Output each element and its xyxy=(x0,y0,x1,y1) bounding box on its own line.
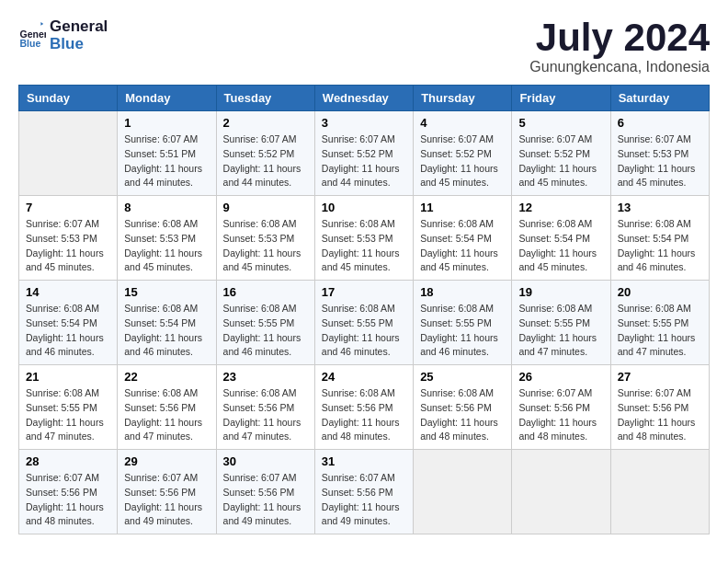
day-number: 30 xyxy=(223,454,308,468)
table-row: 3Sunrise: 6:07 AMSunset: 5:52 PMDaylight… xyxy=(314,111,413,196)
day-info: Sunrise: 6:07 AMSunset: 5:56 PMDaylight:… xyxy=(223,471,308,529)
table-row: 4Sunrise: 6:07 AMSunset: 5:52 PMDaylight… xyxy=(414,111,512,196)
day-number: 26 xyxy=(518,370,603,384)
logo-icon: General Blue xyxy=(18,22,46,50)
table-row: 16Sunrise: 6:08 AMSunset: 5:55 PMDayligh… xyxy=(216,281,314,365)
day-number: 22 xyxy=(124,370,209,384)
table-row: 9Sunrise: 6:08 AMSunset: 5:53 PMDaylight… xyxy=(216,196,314,281)
day-info: Sunrise: 6:07 AMSunset: 5:52 PMDaylight:… xyxy=(223,132,308,190)
day-number: 20 xyxy=(618,285,702,299)
day-info: Sunrise: 6:07 AMSunset: 5:56 PMDaylight:… xyxy=(618,386,702,444)
day-info: Sunrise: 6:08 AMSunset: 5:54 PMDaylight:… xyxy=(618,217,702,275)
table-row: 31Sunrise: 6:07 AMSunset: 5:56 PMDayligh… xyxy=(314,450,413,534)
header-friday: Friday xyxy=(512,86,610,111)
day-number: 21 xyxy=(26,370,110,384)
table-row: 11Sunrise: 6:08 AMSunset: 5:54 PMDayligh… xyxy=(414,196,512,281)
day-number: 10 xyxy=(322,201,406,214)
day-number: 18 xyxy=(420,285,505,299)
svg-marker-2 xyxy=(40,22,43,26)
table-row: 5Sunrise: 6:07 AMSunset: 5:52 PMDaylight… xyxy=(512,111,610,196)
day-info: Sunrise: 6:08 AMSunset: 5:55 PMDaylight:… xyxy=(518,302,603,360)
table-row: 19Sunrise: 6:08 AMSunset: 5:55 PMDayligh… xyxy=(512,281,610,365)
day-number: 13 xyxy=(618,201,702,214)
table-row: 27Sunrise: 6:07 AMSunset: 5:56 PMDayligh… xyxy=(610,365,709,450)
day-number: 16 xyxy=(223,285,308,299)
day-info: Sunrise: 6:08 AMSunset: 5:56 PMDaylight:… xyxy=(322,386,406,444)
day-number: 23 xyxy=(223,370,308,384)
day-info: Sunrise: 6:08 AMSunset: 5:56 PMDaylight:… xyxy=(124,386,209,444)
table-row: 18Sunrise: 6:08 AMSunset: 5:55 PMDayligh… xyxy=(414,281,512,365)
table-row: 30Sunrise: 6:07 AMSunset: 5:56 PMDayligh… xyxy=(216,450,314,534)
day-info: Sunrise: 6:07 AMSunset: 5:52 PMDaylight:… xyxy=(420,132,505,190)
table-row xyxy=(19,111,118,196)
day-number: 27 xyxy=(618,370,702,384)
table-row: 8Sunrise: 6:08 AMSunset: 5:53 PMDaylight… xyxy=(118,196,216,281)
table-row: 1Sunrise: 6:07 AMSunset: 5:51 PMDaylight… xyxy=(118,111,216,196)
table-row: 14Sunrise: 6:08 AMSunset: 5:54 PMDayligh… xyxy=(19,281,118,365)
day-number: 1 xyxy=(124,116,209,130)
day-number: 24 xyxy=(322,370,406,384)
table-row: 21Sunrise: 6:08 AMSunset: 5:55 PMDayligh… xyxy=(19,365,118,450)
header-thursday: Thursday xyxy=(414,86,512,111)
header-monday: Monday xyxy=(118,86,216,111)
day-info: Sunrise: 6:08 AMSunset: 5:55 PMDaylight:… xyxy=(223,302,308,360)
table-row: 29Sunrise: 6:07 AMSunset: 5:56 PMDayligh… xyxy=(118,450,216,534)
day-number: 29 xyxy=(124,454,209,468)
header-wednesday: Wednesday xyxy=(314,86,413,111)
day-info: Sunrise: 6:07 AMSunset: 5:56 PMDaylight:… xyxy=(26,471,110,529)
day-number: 14 xyxy=(26,285,110,299)
month-title: July 2024 xyxy=(529,18,710,57)
day-info: Sunrise: 6:08 AMSunset: 5:54 PMDaylight:… xyxy=(26,302,110,360)
table-row: 7Sunrise: 6:07 AMSunset: 5:53 PMDaylight… xyxy=(19,196,118,281)
table-row: 23Sunrise: 6:08 AMSunset: 5:56 PMDayligh… xyxy=(216,365,314,450)
day-number: 4 xyxy=(420,116,505,130)
day-number: 11 xyxy=(420,201,505,214)
header-tuesday: Tuesday xyxy=(216,86,314,111)
day-info: Sunrise: 6:07 AMSunset: 5:56 PMDaylight:… xyxy=(124,471,209,529)
day-info: Sunrise: 6:08 AMSunset: 5:55 PMDaylight:… xyxy=(618,302,702,360)
table-row: 24Sunrise: 6:08 AMSunset: 5:56 PMDayligh… xyxy=(314,365,413,450)
table-row xyxy=(414,450,512,534)
day-number: 2 xyxy=(223,116,308,130)
table-row: 13Sunrise: 6:08 AMSunset: 5:54 PMDayligh… xyxy=(610,196,709,281)
day-number: 5 xyxy=(518,116,603,130)
table-row xyxy=(512,450,610,534)
day-info: Sunrise: 6:07 AMSunset: 5:56 PMDaylight:… xyxy=(322,471,406,529)
location: Gunungkencana, Indonesia xyxy=(529,59,710,75)
logo-line1: General xyxy=(50,18,108,36)
day-number: 7 xyxy=(26,201,110,214)
day-info: Sunrise: 6:08 AMSunset: 5:56 PMDaylight:… xyxy=(420,386,505,444)
day-number: 28 xyxy=(26,454,110,468)
day-info: Sunrise: 6:08 AMSunset: 5:56 PMDaylight:… xyxy=(223,386,308,444)
day-info: Sunrise: 6:08 AMSunset: 5:55 PMDaylight:… xyxy=(26,386,110,444)
day-number: 15 xyxy=(124,285,209,299)
day-number: 9 xyxy=(223,201,308,214)
table-row: 10Sunrise: 6:08 AMSunset: 5:53 PMDayligh… xyxy=(314,196,413,281)
day-number: 6 xyxy=(618,116,702,130)
table-row: 25Sunrise: 6:08 AMSunset: 5:56 PMDayligh… xyxy=(414,365,512,450)
table-row: 26Sunrise: 6:07 AMSunset: 5:56 PMDayligh… xyxy=(512,365,610,450)
day-number: 12 xyxy=(518,201,603,214)
table-row: 2Sunrise: 6:07 AMSunset: 5:52 PMDaylight… xyxy=(216,111,314,196)
day-info: Sunrise: 6:07 AMSunset: 5:53 PMDaylight:… xyxy=(618,132,702,190)
day-number: 8 xyxy=(124,201,209,214)
day-info: Sunrise: 6:07 AMSunset: 5:53 PMDaylight:… xyxy=(26,217,110,275)
table-row: 15Sunrise: 6:08 AMSunset: 5:54 PMDayligh… xyxy=(118,281,216,365)
day-number: 3 xyxy=(322,116,406,130)
logo: General Blue General Blue xyxy=(18,18,108,52)
header-sunday: Sunday xyxy=(19,86,118,111)
day-number: 19 xyxy=(518,285,603,299)
day-info: Sunrise: 6:07 AMSunset: 5:52 PMDaylight:… xyxy=(518,132,603,190)
day-number: 31 xyxy=(322,454,406,468)
table-row xyxy=(610,450,709,534)
calendar-header: Sunday Monday Tuesday Wednesday Thursday… xyxy=(19,86,710,111)
day-info: Sunrise: 6:08 AMSunset: 5:54 PMDaylight:… xyxy=(124,302,209,360)
header-saturday: Saturday xyxy=(610,86,709,111)
calendar-body: 1Sunrise: 6:07 AMSunset: 5:51 PMDaylight… xyxy=(19,111,710,534)
svg-text:Blue: Blue xyxy=(20,38,41,49)
day-info: Sunrise: 6:07 AMSunset: 5:52 PMDaylight:… xyxy=(322,132,406,190)
title-block: July 2024 Gunungkencana, Indonesia xyxy=(529,18,710,75)
day-info: Sunrise: 6:08 AMSunset: 5:55 PMDaylight:… xyxy=(322,302,406,360)
day-info: Sunrise: 6:08 AMSunset: 5:55 PMDaylight:… xyxy=(420,302,505,360)
day-info: Sunrise: 6:08 AMSunset: 5:53 PMDaylight:… xyxy=(124,217,209,275)
